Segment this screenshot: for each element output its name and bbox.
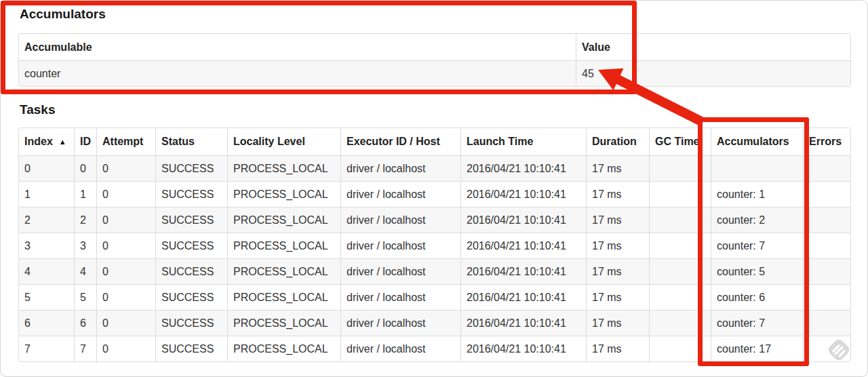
cell-id: 2 (74, 207, 96, 233)
accumulators-heading: Accumulators (20, 5, 850, 23)
cell-index: 0 (19, 155, 74, 181)
cell-errors (803, 284, 850, 310)
cell-id: 0 (74, 155, 96, 181)
table-row: 660SUCCESSPROCESS_LOCALdriver / localhos… (19, 310, 850, 336)
cell-errors (803, 336, 850, 361)
cell-gc_time (649, 155, 711, 181)
column-header-label: ID (80, 136, 91, 147)
cell-locality_level: PROCESS_LOCAL (227, 207, 340, 233)
cell-locality_level: PROCESS_LOCAL (227, 284, 340, 310)
cell-launch_time: 2016/04/21 10:10:41 (460, 258, 586, 284)
cell-gc_time (649, 207, 711, 233)
column-header-errors[interactable]: Errors (803, 128, 850, 155)
cell-errors (803, 155, 850, 181)
cell-duration: 17 ms (586, 284, 649, 310)
column-header-label: Errors (809, 136, 842, 147)
cell-locality_level: PROCESS_LOCAL (227, 233, 340, 258)
cell-id: 6 (74, 310, 96, 336)
cell-locality_level: PROCESS_LOCAL (227, 310, 340, 336)
column-header-label: Status (161, 136, 195, 147)
cell-executor_id_host: driver / localhost (340, 181, 460, 207)
cell-locality_level: PROCESS_LOCAL (227, 336, 340, 361)
column-header-executor_id_host[interactable]: Executor ID / Host (340, 128, 460, 155)
cell-status: SUCCESS (155, 258, 227, 284)
column-header-value[interactable]: Value (576, 34, 850, 60)
cell-duration: 17 ms (586, 258, 649, 284)
table-row: 220SUCCESSPROCESS_LOCALdriver / localhos… (19, 207, 850, 233)
cell-duration: 17 ms (586, 181, 649, 207)
spark-stage-page: Accumulators Accumulable Value counter 4… (0, 0, 868, 377)
column-header-label: Launch Time (467, 136, 533, 147)
cell-duration: 17 ms (586, 336, 649, 361)
cell-attempt: 0 (96, 284, 155, 310)
cell-accumulators: counter: 7 (711, 310, 803, 336)
column-header-duration[interactable]: Duration (586, 128, 649, 155)
cell-accumulable: counter (19, 60, 576, 86)
cell-duration: 17 ms (586, 233, 649, 258)
column-header-label: Accumulators (717, 136, 789, 147)
cell-launch_time: 2016/04/21 10:10:41 (460, 181, 586, 207)
accumulators-table: Accumulable Value counter 45 (18, 33, 851, 87)
table-header-row: Accumulable Value (19, 34, 850, 60)
cell-status: SUCCESS (155, 310, 227, 336)
table-row: 330SUCCESSPROCESS_LOCALdriver / localhos… (19, 233, 850, 258)
cell-id: 3 (74, 233, 96, 258)
cell-accumulators: counter: 5 (711, 258, 803, 284)
cell-gc_time (649, 336, 711, 361)
column-header-label: Index (24, 136, 53, 147)
cell-status: SUCCESS (155, 284, 227, 310)
cell-attempt: 0 (96, 181, 155, 207)
cell-errors (803, 258, 850, 284)
column-header-launch_time[interactable]: Launch Time (460, 128, 586, 155)
table-row: counter 45 (19, 60, 850, 86)
cell-errors (803, 233, 850, 258)
cell-launch_time: 2016/04/21 10:10:41 (460, 233, 586, 258)
column-header-accumulable[interactable]: Accumulable (19, 34, 576, 60)
cell-attempt: 0 (96, 155, 155, 181)
cell-status: SUCCESS (155, 207, 227, 233)
cell-errors (803, 207, 850, 233)
cell-locality_level: PROCESS_LOCAL (227, 258, 340, 284)
table-row: 770SUCCESSPROCESS_LOCALdriver / localhos… (19, 336, 850, 361)
cell-launch_time: 2016/04/21 10:10:41 (460, 310, 586, 336)
column-header-label: GC Time (655, 136, 700, 147)
table-row: 440SUCCESSPROCESS_LOCALdriver / localhos… (19, 258, 850, 284)
column-header-locality_level[interactable]: Locality Level (227, 128, 340, 155)
column-header-gc_time[interactable]: GC Time (649, 128, 711, 155)
cell-gc_time (649, 310, 711, 336)
cell-index: 2 (19, 207, 74, 233)
cell-executor_id_host: driver / localhost (340, 233, 460, 258)
cell-launch_time: 2016/04/21 10:10:41 (460, 284, 586, 310)
cell-executor_id_host: driver / localhost (340, 207, 460, 233)
column-header-attempt[interactable]: Attempt (96, 128, 155, 155)
cell-executor_id_host: driver / localhost (340, 336, 460, 361)
cell-status: SUCCESS (155, 181, 227, 207)
cell-executor_id_host: driver / localhost (340, 258, 460, 284)
cell-accumulators: counter: 17 (711, 336, 803, 361)
column-header-index[interactable]: Index▲ (19, 128, 74, 155)
column-header-label: Attempt (102, 136, 143, 147)
cell-executor_id_host: driver / localhost (340, 284, 460, 310)
column-header-accumulators[interactable]: Accumulators (711, 128, 803, 155)
tasks-table: Index▲IDAttemptStatusLocality LevelExecu… (18, 127, 851, 362)
cell-launch_time: 2016/04/21 10:10:41 (460, 155, 586, 181)
column-header-status[interactable]: Status (155, 128, 227, 155)
cell-accumulators: counter: 2 (711, 207, 803, 233)
cell-index: 3 (19, 233, 74, 258)
cell-errors (803, 181, 850, 207)
cell-launch_time: 2016/04/21 10:10:41 (460, 207, 586, 233)
cell-index: 6 (19, 310, 74, 336)
cell-id: 5 (74, 284, 96, 310)
cell-accumulators: counter: 6 (711, 284, 803, 310)
cell-attempt: 0 (96, 233, 155, 258)
cell-attempt: 0 (96, 310, 155, 336)
cell-id: 7 (74, 336, 96, 361)
tasks-section: Tasks Index▲IDAttemptStatusLocality Leve… (18, 101, 850, 362)
table-row: 000SUCCESSPROCESS_LOCALdriver / localhos… (19, 155, 850, 181)
column-header-id[interactable]: ID (74, 128, 96, 155)
cell-executor_id_host: driver / localhost (340, 155, 460, 181)
cell-duration: 17 ms (586, 155, 649, 181)
table-row: 550SUCCESSPROCESS_LOCALdriver / localhos… (19, 284, 850, 310)
cell-value: 45 (576, 60, 850, 86)
cell-duration: 17 ms (586, 207, 649, 233)
